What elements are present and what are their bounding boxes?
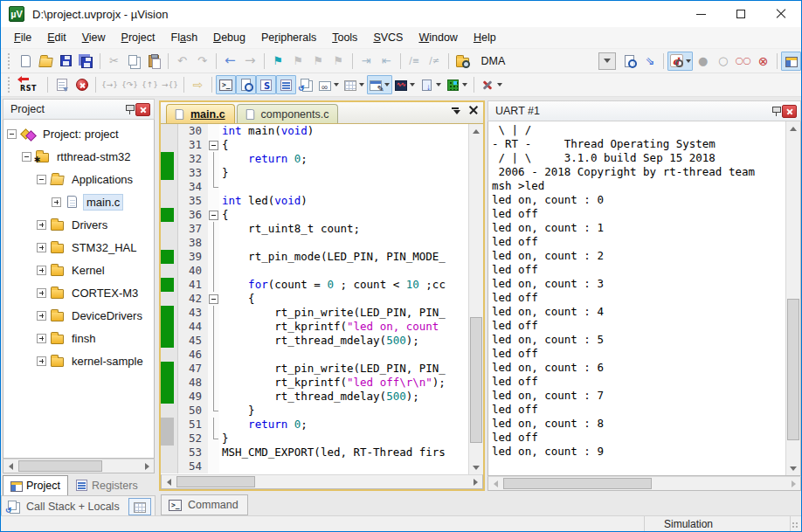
- pin-icon[interactable]: [125, 104, 135, 115]
- menu-file[interactable]: File: [6, 29, 39, 46]
- prev-bookmark-button[interactable]: ⚑: [308, 52, 328, 71]
- close-panel-button[interactable]: [782, 105, 797, 118]
- tree-item-rtthread-stm32[interactable]: rtthread-stm32: [3, 145, 154, 168]
- disable-all-breakpoints-button[interactable]: ◯◯: [733, 52, 753, 71]
- tab-project[interactable]: Project: [3, 475, 68, 495]
- expand-icon[interactable]: [37, 356, 46, 366]
- command-window-button[interactable]: >_: [216, 75, 236, 94]
- combo-dropdown-button[interactable]: [598, 52, 616, 70]
- tree-item-applications[interactable]: Applications: [3, 168, 154, 190]
- expand-icon[interactable]: [37, 266, 46, 275]
- menu-tools[interactable]: Tools: [324, 29, 365, 46]
- run-button[interactable]: [52, 75, 72, 94]
- editor-tab-components-c[interactable]: components.c: [237, 104, 339, 123]
- find-in-files-folder-button[interactable]: [453, 52, 473, 71]
- step-out-button[interactable]: {↑}: [140, 75, 160, 94]
- expand-icon[interactable]: [37, 220, 46, 230]
- analysis-window-button[interactable]: [392, 75, 418, 94]
- tree-item-cortex-m3[interactable]: CORTEX-M3: [3, 281, 154, 304]
- tree-item-finsh[interactable]: finsh: [3, 327, 154, 349]
- minimize-button[interactable]: [681, 1, 721, 27]
- scroll-down-icon[interactable]: [469, 460, 483, 474]
- new-file-button[interactable]: [16, 52, 36, 71]
- tree-item-project-project[interactable]: Project: project: [3, 122, 154, 145]
- close-button[interactable]: [761, 1, 801, 27]
- tree-item-kernel-sample[interactable]: kernel-sample: [3, 349, 154, 372]
- search-box[interactable]: DMA: [476, 52, 617, 70]
- menu-window[interactable]: Window: [411, 29, 465, 46]
- uart-output[interactable]: \ | /- RT - Thread Operating System / | …: [488, 121, 785, 475]
- resize-grip[interactable]: [791, 516, 801, 531]
- code-editor[interactable]: 30int main(void)31{32 return 0;33}3435in…: [161, 123, 483, 474]
- scroll-up-icon[interactable]: [786, 121, 800, 135]
- undo-button[interactable]: ↶: [172, 52, 192, 71]
- indent-button[interactable]: ⇥: [356, 52, 377, 71]
- project-horizontal-scrollbar[interactable]: [3, 459, 155, 473]
- save-button[interactable]: [56, 52, 76, 71]
- expand-icon[interactable]: [37, 243, 46, 252]
- disassembly-window-button[interactable]: [236, 75, 256, 94]
- navigate-back-button[interactable]: ←: [220, 52, 240, 71]
- scroll-right-icon[interactable]: [468, 475, 482, 488]
- run-to-cursor-button[interactable]: →{}: [160, 75, 180, 94]
- editor-tab-main-c[interactable]: main.c: [166, 104, 235, 123]
- memory-window-button[interactable]: [342, 75, 367, 94]
- insert-breakpoint-button[interactable]: ●: [693, 52, 713, 71]
- scrollbar-thumb[interactable]: [503, 478, 652, 489]
- tree-item-devicedrivers[interactable]: DeviceDrivers: [3, 304, 154, 327]
- command-window-tab[interactable]: >_ Command: [161, 494, 248, 515]
- menu-peripherals[interactable]: Peripherals: [253, 29, 324, 46]
- scrollbar-thumb[interactable]: [18, 460, 102, 472]
- close-document-button[interactable]: [469, 106, 478, 114]
- expand-icon[interactable]: [37, 334, 46, 343]
- maximize-button[interactable]: [721, 1, 761, 27]
- collapse-icon[interactable]: [37, 175, 46, 184]
- menu-svcs[interactable]: SVCS: [365, 29, 411, 46]
- save-all-button[interactable]: [76, 52, 96, 71]
- comment-button[interactable]: /≡: [404, 52, 425, 71]
- enable-breakpoint-button[interactable]: ○: [713, 52, 733, 71]
- call-stack-window-button[interactable]: [296, 75, 316, 94]
- uncomment-button[interactable]: /≠: [425, 52, 445, 71]
- open-file-button[interactable]: [36, 52, 56, 71]
- expand-icon[interactable]: [52, 197, 61, 207]
- copy-button[interactable]: [124, 52, 144, 71]
- registers-window-button[interactable]: [276, 75, 296, 94]
- expand-icon[interactable]: [37, 311, 46, 321]
- editor-vertical-scrollbar[interactable]: [468, 124, 483, 474]
- step-into-button[interactable]: {→}: [100, 75, 120, 94]
- scroll-left-icon[interactable]: [162, 475, 176, 488]
- menu-debug[interactable]: Debug: [205, 29, 253, 46]
- scrollbar-thumb[interactable]: [176, 476, 255, 487]
- tab-registers[interactable]: Registers: [68, 475, 145, 495]
- tree-item-kernel[interactable]: Kernel: [3, 259, 154, 281]
- unindent-button[interactable]: ⇤: [377, 52, 397, 71]
- scrollbar-thumb[interactable]: [787, 299, 799, 440]
- incremental-find-button[interactable]: ⇘: [640, 52, 660, 71]
- kill-all-breakpoints-button[interactable]: ⊗: [753, 52, 773, 71]
- memory-window-tab-button[interactable]: [128, 498, 151, 515]
- toolbox-button[interactable]: [478, 75, 505, 94]
- trace-window-button[interactable]: [418, 75, 444, 94]
- watch-window-button[interactable]: [316, 75, 342, 94]
- toolbar-grip[interactable]: [8, 53, 11, 69]
- symbol-window-button[interactable]: S: [256, 75, 276, 94]
- scroll-left-icon[interactable]: [3, 459, 17, 473]
- navigate-forward-button[interactable]: →: [240, 52, 260, 71]
- collapse-icon[interactable]: [22, 152, 31, 162]
- tree-item-drivers[interactable]: Drivers: [3, 213, 154, 236]
- tree-item-main-c[interactable]: main.c: [3, 190, 154, 213]
- toolbar-grip[interactable]: [8, 77, 11, 93]
- serial-window-button[interactable]: [367, 75, 392, 94]
- document-list-button[interactable]: [450, 106, 460, 114]
- menu-edit[interactable]: Edit: [39, 29, 74, 46]
- menu-view[interactable]: View: [74, 29, 114, 46]
- insert-bookmark-button[interactable]: ⚑: [268, 52, 288, 71]
- menu-flash[interactable]: Flash: [163, 29, 206, 46]
- uart-vertical-scrollbar[interactable]: [785, 121, 800, 475]
- close-panel-button[interactable]: [135, 103, 150, 116]
- step-over-button[interactable]: {↷}: [120, 75, 140, 94]
- editor-horizontal-scrollbar[interactable]: [161, 474, 483, 489]
- scroll-down-icon[interactable]: [786, 461, 800, 475]
- reset-cpu-button[interactable]: RST: [16, 75, 44, 94]
